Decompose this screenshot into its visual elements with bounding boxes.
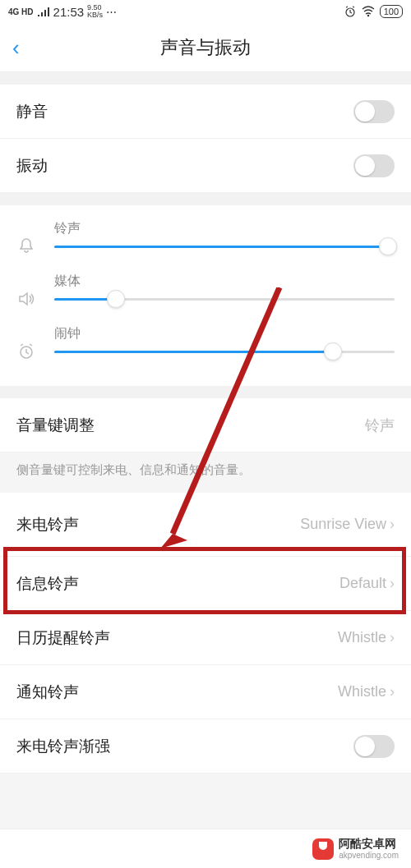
vibrate-label: 振动 — [16, 155, 48, 177]
notification-ringtone-label: 通知铃声 — [16, 682, 79, 703]
incoming-ringtone-label: 来电铃声 — [16, 514, 79, 535]
media-slider-row: 媒体 — [0, 266, 411, 319]
chevron-right-icon: › — [390, 683, 395, 700]
battery-indicator: 100 — [380, 5, 403, 18]
volume-sliders: 铃声 媒体 闹钟 — [0, 205, 411, 386]
bell-icon — [16, 220, 39, 261]
notification-ringtone-value: Whistle› — [338, 683, 395, 700]
media-slider[interactable] — [54, 298, 395, 301]
status-bar: 4G HD 21:53 9.50KB/s ⋯ 100 — [0, 0, 411, 23]
incoming-ringtone-value: Sunrise View› — [300, 516, 395, 533]
clock-icon — [16, 325, 39, 366]
notification-ringtone-row[interactable]: 通知铃声 Whistle› — [0, 665, 411, 719]
media-slider-label: 媒体 — [54, 273, 395, 290]
message-ringtone-label: 信息铃声 — [16, 573, 79, 595]
calendar-ringtone-value: Whistle› — [338, 629, 395, 646]
alarm-icon — [344, 5, 357, 18]
speaker-icon — [16, 273, 39, 314]
vibrate-toggle[interactable] — [353, 154, 395, 177]
page-header: ‹ 声音与振动 — [0, 23, 411, 72]
clock-time: 21:53 — [53, 5, 85, 19]
alarm-slider-row: 闹钟 — [0, 319, 411, 371]
signal-bars-icon — [37, 7, 50, 16]
wifi-icon — [362, 6, 375, 17]
watermark-url: akpvending.com — [339, 851, 399, 860]
calendar-ringtone-label: 日历提醒铃声 — [16, 627, 110, 649]
volume-key-value: 铃声 — [365, 416, 395, 435]
chevron-right-icon: › — [390, 516, 395, 533]
calendar-ringtone-row[interactable]: 日历提醒铃声 Whistle› — [0, 611, 411, 665]
page-title: 声音与振动 — [0, 35, 411, 60]
mute-label: 静音 — [16, 101, 48, 122]
alarm-slider[interactable] — [54, 351, 395, 353]
incoming-ringtone-row[interactable]: 来电铃声 Sunrise View› — [0, 493, 411, 557]
volume-key-hint: 侧音量键可控制来电、信息和通知的音量。 — [0, 452, 411, 493]
watermark-name: 阿酷安卓网 — [339, 838, 399, 850]
ringtone-slider-label: 铃声 — [54, 220, 395, 237]
ascending-ringtone-toggle[interactable] — [353, 735, 395, 758]
back-button[interactable]: ‹ — [12, 37, 20, 58]
chevron-right-icon: › — [390, 629, 395, 646]
volume-key-label: 音量键调整 — [16, 415, 95, 436]
mute-toggle[interactable] — [353, 100, 395, 123]
mute-row[interactable]: 静音 — [0, 85, 411, 139]
network-indicator: 4G HD — [8, 7, 34, 16]
message-ringtone-row[interactable]: 信息铃声 Default› — [0, 557, 411, 611]
ringtone-slider[interactable] — [54, 246, 395, 248]
vibrate-row[interactable]: 振动 — [0, 139, 411, 193]
watermark-footer: 阿酷安卓网 akpvending.com — [0, 829, 411, 868]
ringtone-slider-row: 铃声 — [0, 214, 411, 266]
volume-key-row[interactable]: 音量键调整 铃声 — [0, 398, 411, 452]
watermark-logo-icon — [312, 838, 334, 860]
net-speed: 9.50KB/s — [87, 4, 103, 19]
alarm-slider-label: 闹钟 — [54, 325, 395, 342]
message-ringtone-value: Default› — [339, 575, 395, 592]
more-dots-icon: ⋯ — [106, 6, 118, 18]
ascending-ringtone-row[interactable]: 来电铃声渐强 — [0, 719, 411, 774]
svg-point-1 — [367, 15, 368, 16]
ascending-ringtone-label: 来电铃声渐强 — [16, 736, 110, 757]
chevron-right-icon: › — [390, 575, 395, 592]
